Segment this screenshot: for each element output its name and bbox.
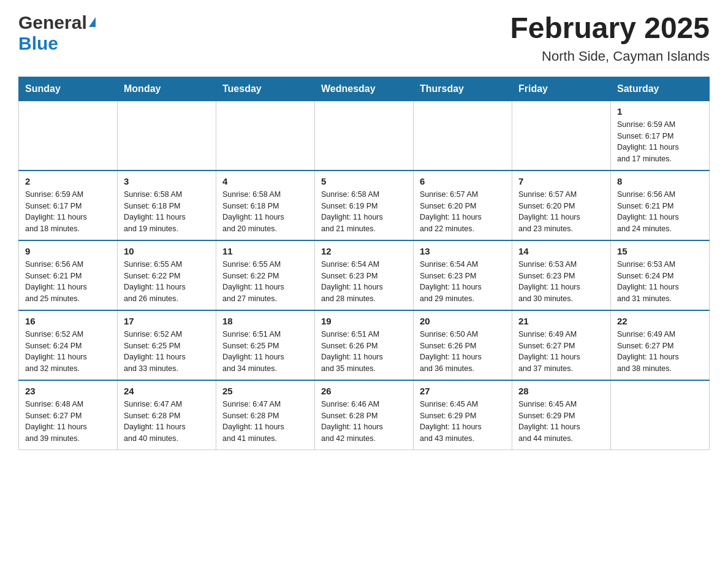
calendar-week-row: 9Sunrise: 6:56 AM Sunset: 6:21 PM Daylig… [19, 240, 710, 310]
day-number: 10 [124, 246, 210, 256]
table-row [19, 101, 118, 170]
calendar-header-row: Sunday Monday Tuesday Wednesday Thursday… [19, 77, 710, 101]
day-info: Sunrise: 6:53 AM Sunset: 6:23 PM Dayligh… [518, 259, 604, 305]
table-row: 20Sunrise: 6:50 AM Sunset: 6:26 PM Dayli… [414, 310, 512, 380]
table-row: 27Sunrise: 6:45 AM Sunset: 6:29 PM Dayli… [414, 380, 512, 450]
day-number: 21 [518, 316, 604, 326]
table-row: 9Sunrise: 6:56 AM Sunset: 6:21 PM Daylig… [19, 240, 118, 310]
day-number: 22 [617, 316, 703, 326]
day-number: 26 [321, 386, 407, 396]
table-row: 13Sunrise: 6:54 AM Sunset: 6:23 PM Dayli… [414, 240, 512, 310]
day-number: 25 [222, 386, 308, 396]
day-info: Sunrise: 6:52 AM Sunset: 6:24 PM Dayligh… [25, 329, 111, 375]
table-row [414, 101, 512, 170]
table-row [611, 380, 710, 450]
day-number: 12 [321, 246, 407, 256]
day-number: 14 [518, 246, 604, 256]
table-row: 10Sunrise: 6:55 AM Sunset: 6:22 PM Dayli… [118, 240, 216, 310]
day-info: Sunrise: 6:57 AM Sunset: 6:20 PM Dayligh… [420, 189, 506, 235]
calendar-title: February 2025 [510, 12, 710, 45]
day-number: 7 [518, 176, 604, 186]
table-row: 25Sunrise: 6:47 AM Sunset: 6:28 PM Dayli… [216, 380, 315, 450]
logo-triangle-icon [89, 17, 96, 27]
table-row: 19Sunrise: 6:51 AM Sunset: 6:26 PM Dayli… [315, 310, 414, 380]
day-number: 23 [25, 386, 111, 396]
day-number: 13 [420, 246, 506, 256]
table-row [512, 101, 611, 170]
day-info: Sunrise: 6:51 AM Sunset: 6:25 PM Dayligh… [222, 329, 308, 375]
day-info: Sunrise: 6:49 AM Sunset: 6:27 PM Dayligh… [617, 329, 703, 375]
col-friday: Friday [512, 77, 611, 101]
calendar-week-row: 23Sunrise: 6:48 AM Sunset: 6:27 PM Dayli… [19, 380, 710, 450]
logo-general-text: General [18, 12, 87, 33]
title-area: February 2025 North Side, Cayman Islands [510, 12, 710, 64]
calendar-week-row: 2Sunrise: 6:59 AM Sunset: 6:17 PM Daylig… [19, 170, 710, 240]
table-row: 3Sunrise: 6:58 AM Sunset: 6:18 PM Daylig… [118, 170, 216, 240]
day-info: Sunrise: 6:45 AM Sunset: 6:29 PM Dayligh… [518, 399, 604, 445]
day-info: Sunrise: 6:54 AM Sunset: 6:23 PM Dayligh… [321, 259, 407, 305]
day-number: 17 [124, 316, 210, 326]
day-info: Sunrise: 6:56 AM Sunset: 6:21 PM Dayligh… [617, 189, 703, 235]
day-number: 20 [420, 316, 506, 326]
calendar-week-row: 16Sunrise: 6:52 AM Sunset: 6:24 PM Dayli… [19, 310, 710, 380]
table-row: 7Sunrise: 6:57 AM Sunset: 6:20 PM Daylig… [512, 170, 611, 240]
table-row: 23Sunrise: 6:48 AM Sunset: 6:27 PM Dayli… [19, 380, 118, 450]
table-row: 14Sunrise: 6:53 AM Sunset: 6:23 PM Dayli… [512, 240, 611, 310]
day-info: Sunrise: 6:48 AM Sunset: 6:27 PM Dayligh… [25, 399, 111, 445]
day-info: Sunrise: 6:49 AM Sunset: 6:27 PM Dayligh… [518, 329, 604, 375]
col-tuesday: Tuesday [216, 77, 315, 101]
table-row: 11Sunrise: 6:55 AM Sunset: 6:22 PM Dayli… [216, 240, 315, 310]
table-row: 8Sunrise: 6:56 AM Sunset: 6:21 PM Daylig… [611, 170, 710, 240]
day-number: 27 [420, 386, 506, 396]
table-row: 18Sunrise: 6:51 AM Sunset: 6:25 PM Dayli… [216, 310, 315, 380]
day-number: 19 [321, 316, 407, 326]
table-row [118, 101, 216, 170]
day-info: Sunrise: 6:55 AM Sunset: 6:22 PM Dayligh… [124, 259, 210, 305]
table-row: 16Sunrise: 6:52 AM Sunset: 6:24 PM Dayli… [19, 310, 118, 380]
col-saturday: Saturday [611, 77, 710, 101]
table-row: 1Sunrise: 6:59 AM Sunset: 6:17 PM Daylig… [611, 101, 710, 170]
table-row: 22Sunrise: 6:49 AM Sunset: 6:27 PM Dayli… [611, 310, 710, 380]
table-row: 21Sunrise: 6:49 AM Sunset: 6:27 PM Dayli… [512, 310, 611, 380]
day-info: Sunrise: 6:53 AM Sunset: 6:24 PM Dayligh… [617, 259, 703, 305]
table-row: 28Sunrise: 6:45 AM Sunset: 6:29 PM Dayli… [512, 380, 611, 450]
table-row: 17Sunrise: 6:52 AM Sunset: 6:25 PM Dayli… [118, 310, 216, 380]
table-row: 5Sunrise: 6:58 AM Sunset: 6:19 PM Daylig… [315, 170, 414, 240]
day-number: 2 [25, 176, 111, 186]
table-row: 15Sunrise: 6:53 AM Sunset: 6:24 PM Dayli… [611, 240, 710, 310]
day-info: Sunrise: 6:50 AM Sunset: 6:26 PM Dayligh… [420, 329, 506, 375]
day-number: 18 [222, 316, 308, 326]
day-number: 5 [321, 176, 407, 186]
day-number: 3 [124, 176, 210, 186]
table-row: 2Sunrise: 6:59 AM Sunset: 6:17 PM Daylig… [19, 170, 118, 240]
table-row: 24Sunrise: 6:47 AM Sunset: 6:28 PM Dayli… [118, 380, 216, 450]
calendar-table: Sunday Monday Tuesday Wednesday Thursday… [18, 77, 710, 450]
day-number: 16 [25, 316, 111, 326]
day-number: 4 [222, 176, 308, 186]
day-info: Sunrise: 6:57 AM Sunset: 6:20 PM Dayligh… [518, 189, 604, 235]
page-header: General Blue February 2025 North Side, C… [18, 12, 710, 64]
day-info: Sunrise: 6:58 AM Sunset: 6:19 PM Dayligh… [321, 189, 407, 235]
day-number: 6 [420, 176, 506, 186]
day-info: Sunrise: 6:51 AM Sunset: 6:26 PM Dayligh… [321, 329, 407, 375]
day-info: Sunrise: 6:55 AM Sunset: 6:22 PM Dayligh… [222, 259, 308, 305]
day-info: Sunrise: 6:45 AM Sunset: 6:29 PM Dayligh… [420, 399, 506, 445]
day-info: Sunrise: 6:56 AM Sunset: 6:21 PM Dayligh… [25, 259, 111, 305]
logo: General Blue [18, 12, 96, 54]
day-number: 28 [518, 386, 604, 396]
table-row [216, 101, 315, 170]
day-number: 1 [617, 106, 703, 117]
day-info: Sunrise: 6:59 AM Sunset: 6:17 PM Dayligh… [617, 119, 703, 165]
table-row: 6Sunrise: 6:57 AM Sunset: 6:20 PM Daylig… [414, 170, 512, 240]
col-wednesday: Wednesday [315, 77, 414, 101]
table-row: 12Sunrise: 6:54 AM Sunset: 6:23 PM Dayli… [315, 240, 414, 310]
day-number: 8 [617, 176, 703, 186]
day-info: Sunrise: 6:58 AM Sunset: 6:18 PM Dayligh… [124, 189, 210, 235]
day-info: Sunrise: 6:47 AM Sunset: 6:28 PM Dayligh… [124, 399, 210, 445]
day-info: Sunrise: 6:59 AM Sunset: 6:17 PM Dayligh… [25, 189, 111, 235]
day-number: 11 [222, 246, 308, 256]
col-monday: Monday [118, 77, 216, 101]
col-thursday: Thursday [414, 77, 512, 101]
day-number: 9 [25, 246, 111, 256]
day-info: Sunrise: 6:54 AM Sunset: 6:23 PM Dayligh… [420, 259, 506, 305]
